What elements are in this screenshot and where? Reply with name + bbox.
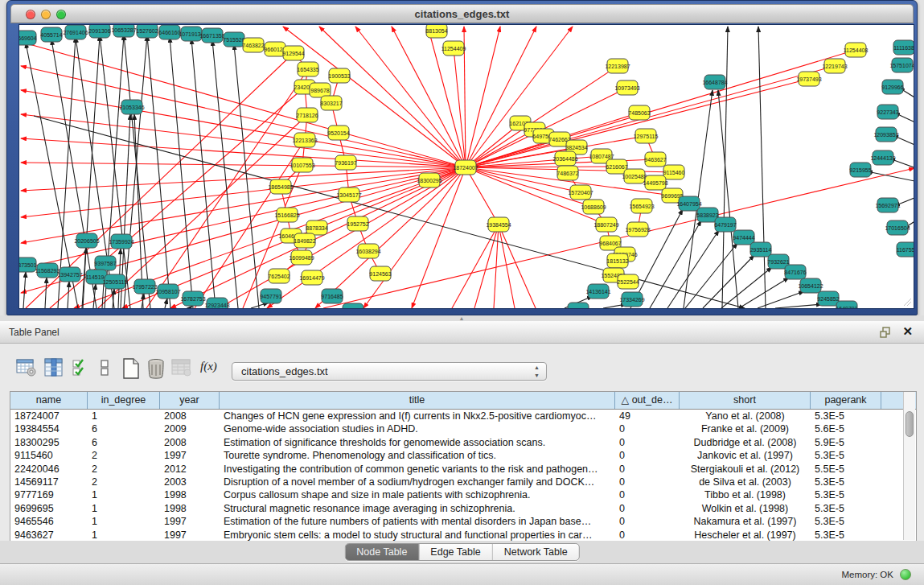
graph-node[interactable]: 12213987 xyxy=(605,59,630,73)
graph-node[interactable]: 1849822 xyxy=(294,233,315,248)
graph-node[interactable]: 16099489 xyxy=(289,250,314,265)
table-cell[interactable]: Jankovic et al. (1997) xyxy=(680,449,811,462)
graph-node[interactable]: 9129544 xyxy=(282,46,304,60)
table-cell[interactable]: 0 xyxy=(615,449,680,462)
graph-node[interactable]: 9520154 xyxy=(327,126,349,140)
network-canvas[interactable]: 1669604405571427691406209130610653287152… xyxy=(18,24,914,309)
table-cell[interactable]: Hescheler et al. (1997) xyxy=(680,529,811,542)
graph-node[interactable]: 10107553 xyxy=(290,158,314,172)
graph-edge[interactable] xyxy=(650,220,701,308)
graph-node[interactable]: 18807249 xyxy=(593,217,618,232)
graph-node[interactable]: 16648784 xyxy=(702,75,727,89)
graph-node[interactable]: 1815132 xyxy=(606,253,628,268)
table-cell[interactable]: Structural magnetic resonance image aver… xyxy=(220,502,615,515)
graph-edge[interactable] xyxy=(867,171,914,182)
graph-node[interactable]: 4055714 xyxy=(40,27,62,42)
graph-node[interactable]: 9245852 xyxy=(817,291,839,306)
graph-node[interactable]: 12975115 xyxy=(634,129,659,143)
table-cell[interactable]: 5.3E-5 xyxy=(811,502,881,515)
graph-node[interactable]: 6479197 xyxy=(714,217,736,232)
graph-edge[interactable] xyxy=(23,272,26,308)
graph-node[interactable]: 6466160 xyxy=(158,25,180,39)
graph-node[interactable]: 15654923 xyxy=(629,199,654,213)
table-cell[interactable]: 14569117 xyxy=(10,476,88,488)
graph-node[interactable]: 27691406 xyxy=(63,25,88,39)
tab-edge-table[interactable]: Edge Table xyxy=(419,544,492,560)
graph-node[interactable]: 11254409 xyxy=(441,41,466,56)
table-row[interactable]: 969969511998Structural magnetic resonanc… xyxy=(10,502,916,515)
function-builder-icon[interactable]: f(x) xyxy=(200,360,217,373)
graph-node[interactable]: 9215955 xyxy=(849,163,871,177)
table-settings-icon[interactable] xyxy=(16,358,37,377)
graph-node[interactable]: 2935114 xyxy=(750,242,772,257)
table-cell[interactable]: 49 xyxy=(615,410,680,422)
graph-node[interactable]: 9457791 xyxy=(260,289,281,303)
table-cell[interactable]: 2008 xyxy=(160,410,220,422)
graph-node[interactable]: 14495798 xyxy=(643,175,667,190)
graph-node[interactable]: 21053346 xyxy=(119,100,144,114)
graph-node[interactable]: 18300295 xyxy=(417,173,441,187)
table-cell[interactable]: 0 xyxy=(615,529,680,542)
graph-node[interactable]: 9115460 xyxy=(663,165,685,179)
table-cell[interactable]: 1998 xyxy=(160,502,220,515)
column-header-short[interactable]: short xyxy=(680,392,811,409)
table-cell[interactable]: 19384554 xyxy=(10,422,88,435)
graph-node[interactable]: 8813054 xyxy=(425,25,447,38)
graph-edge[interactable] xyxy=(21,167,466,217)
column-header-year[interactable]: year xyxy=(160,392,220,409)
graph-edge[interactable] xyxy=(21,66,466,167)
graph-node[interactable]: 11254408 xyxy=(844,43,869,57)
graph-node[interactable]: 17957223 xyxy=(132,279,157,294)
float-panel-icon[interactable] xyxy=(879,326,892,339)
table-cell[interactable]: Dudbridge et al. (2008) xyxy=(680,436,811,449)
pane-splitter[interactable]: ▲ xyxy=(0,315,924,321)
table-cell[interactable]: 9465546 xyxy=(10,515,88,528)
graph-edge[interactable] xyxy=(93,284,96,308)
table-cell[interactable]: 9699695 xyxy=(10,502,88,515)
graph-edge[interactable] xyxy=(494,225,499,308)
graph-node[interactable]: 1900533 xyxy=(328,68,350,83)
graph-node[interactable]: 15692971 xyxy=(875,198,900,212)
column-header-pagerank[interactable]: pagerank xyxy=(811,392,881,409)
graph-node[interactable]: 9474444 xyxy=(733,230,754,245)
graph-edge[interactable] xyxy=(685,243,737,308)
graph-edge[interactable] xyxy=(412,167,466,308)
show-columns-icon[interactable] xyxy=(44,358,64,377)
table-cell[interactable]: 2003 xyxy=(160,476,220,488)
select-rows-icon[interactable] xyxy=(72,358,88,377)
graph-node[interactable]: 10973493 xyxy=(614,80,639,95)
graph-node[interactable]: 2718126 xyxy=(296,108,318,122)
graph-node[interactable]: 10653287 xyxy=(111,25,136,37)
graph-node[interactable]: 16914479 xyxy=(299,270,324,285)
graph-node[interactable]: 18654985 xyxy=(268,179,293,194)
graph-edge[interactable] xyxy=(466,27,500,167)
graph-edge[interactable] xyxy=(21,90,466,167)
table-row[interactable]: 2242004622012Investigating the contribut… xyxy=(10,463,916,476)
table-cell[interactable]: Stergiakouli et al. (2012) xyxy=(680,463,811,476)
scrollbar-thumb[interactable] xyxy=(906,411,914,437)
graph-node[interactable]: 7625402 xyxy=(268,269,290,283)
graph-node[interactable]: 20206505 xyxy=(74,233,99,248)
table-cell[interactable]: Nakamura et al. (1997) xyxy=(680,515,811,528)
column-header-name[interactable]: name xyxy=(10,392,88,409)
graph-edge[interactable] xyxy=(165,299,167,308)
table-cell[interactable]: 5.5E-5 xyxy=(811,463,881,476)
graph-node[interactable]: 18724007 xyxy=(453,160,478,175)
graph-edge[interactable] xyxy=(454,48,466,167)
graph-node[interactable]: 15166825 xyxy=(274,208,299,222)
graph-edge[interactable] xyxy=(45,278,47,308)
table-row[interactable]: 1938455462009Genome-wide association stu… xyxy=(10,422,916,435)
graph-node[interactable]: 1640791 xyxy=(836,301,857,309)
table-cell[interactable]: 2009 xyxy=(160,422,220,435)
graph-node[interactable]: 19737493 xyxy=(796,72,821,86)
graph-node[interactable]: 12219743 xyxy=(822,59,847,73)
table-cell[interactable]: Disruption of a novel member of a sodium… xyxy=(220,476,615,488)
graph-node[interactable]: 17334269 xyxy=(619,292,644,307)
table-cell[interactable]: Yano et al. (2008) xyxy=(680,410,811,422)
graph-node[interactable]: 1527602 xyxy=(136,25,158,38)
graph-node[interactable]: 11568293 xyxy=(35,263,60,278)
splitter-handle[interactable]: ▲ xyxy=(458,316,466,320)
graph-edge[interactable] xyxy=(474,225,499,308)
table-cell[interactable]: 1997 xyxy=(160,529,220,542)
graph-node[interactable]: 17359924 xyxy=(109,234,133,249)
